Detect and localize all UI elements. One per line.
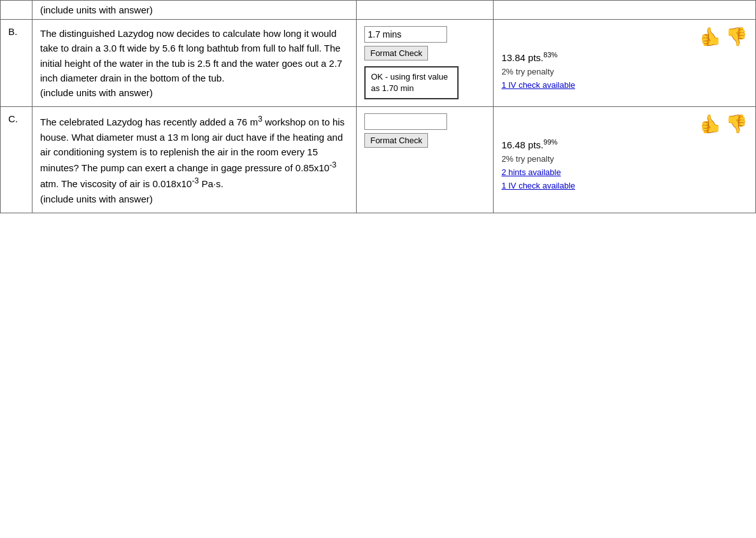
top-label-cell — [1, 1, 32, 20]
row-c-answer-input[interactable] — [364, 113, 447, 130]
row-c-format-check-button[interactable]: Format Check — [364, 133, 428, 148]
row-b-include-units: (include units with answer) — [40, 87, 153, 98]
row-c-include-units: (include units with answer) — [40, 194, 153, 204]
row-b-ok-box: OK - using first value as 1.70 min — [364, 66, 459, 99]
row-b-format-check-button[interactable]: Format Check — [364, 46, 428, 60]
thumbs-down-icon[interactable]: 👎 — [725, 113, 748, 134]
row-c-question: The celebrated Lazydog has recently adde… — [32, 107, 356, 213]
row-b-question-text: The distinguished Lazydog now decides to… — [40, 26, 348, 100]
row-c-label: C. — [1, 107, 32, 213]
row-b-score-cell: 👍 👎 13.84 pts.83% 2% try penalty 1 IV ch… — [494, 20, 756, 107]
row-b-answer-input[interactable] — [364, 26, 447, 43]
row-c-score: 16.48 pts.99% — [501, 138, 557, 150]
thumbs-down-icon[interactable]: 👎 — [725, 26, 748, 47]
top-question-cell: (include units with answer) — [32, 1, 356, 20]
row-b-try-penalty: 2% try penalty — [501, 67, 553, 76]
thumbs-up-icon[interactable]: 👍 — [699, 113, 722, 134]
row-b-iv-check-link[interactable]: 1 IV check available — [501, 80, 575, 90]
thumbs-up-icon[interactable]: 👍 — [699, 26, 722, 47]
top-answer-cell — [357, 1, 494, 20]
top-include-units: (include units with answer) — [40, 4, 153, 15]
row-b-thumbs: 👍 👎 — [501, 26, 748, 47]
row-b-answer-cell: Format Check OK - using first value as 1… — [357, 20, 494, 107]
row-c-question-text: The celebrated Lazydog has recently adde… — [40, 113, 348, 206]
row-c-score-cell: 👍 👎 16.48 pts.99% 2% try penalty 2 hints… — [494, 107, 756, 213]
row-b-label: B. — [1, 20, 32, 107]
row-c-thumbs: 👍 👎 — [501, 113, 748, 134]
row-c-iv-check-link[interactable]: 1 IV check available — [501, 181, 575, 190]
row-c-try-penalty: 2% try penalty — [501, 154, 553, 164]
row-b-score: 13.84 pts.83% — [501, 51, 557, 63]
row-b-question: The distinguished Lazydog now decides to… — [32, 20, 356, 107]
row-c-answer-cell: Format Check — [357, 107, 494, 213]
top-score-cell — [494, 1, 756, 20]
row-c-hints-link[interactable]: 2 hints available — [501, 167, 560, 177]
